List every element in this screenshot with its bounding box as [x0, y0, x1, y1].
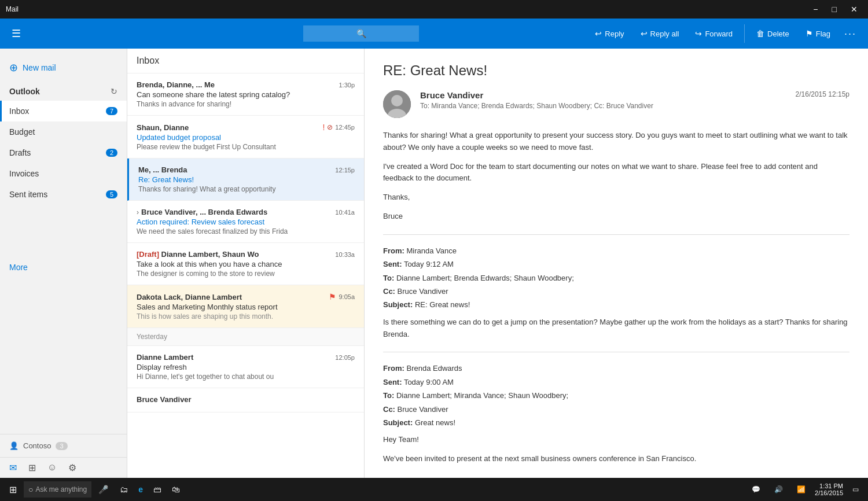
more-actions-button[interactable]: ··· — [840, 23, 861, 45]
forward-button[interactable]: ↪ Forward — [688, 24, 740, 43]
email-preview: Hi Dianne, let's get together to chat ab… — [137, 373, 355, 381]
delete-button[interactable]: 🗑 Delete — [749, 24, 796, 43]
app-icons: 🗂 e 🗃 🛍 — [115, 482, 185, 496]
email-subject: Action required: Review sales forecast — [137, 218, 355, 226]
maximize-button[interactable]: □ — [827, 2, 841, 16]
fwd-from-value: Miranda Vance — [406, 246, 456, 255]
delete-icon: 🗑 — [756, 29, 764, 38]
taskbar-time-value: 1:31 PM — [815, 482, 843, 489]
new-mail-button[interactable]: ⊕ New mail — [0, 53, 127, 82]
email-subject: Sales and Marketing Monthly status repor… — [137, 303, 355, 311]
nav-items: Inbox 7 Budget Drafts 2 Invoices Sent it… — [0, 101, 127, 256]
email-preview: Thanks for sharing! What a great opportu… — [138, 185, 355, 193]
notification-icon[interactable]: 💬 — [747, 483, 765, 496]
sidebar-item-inbox[interactable]: Inbox 7 — [0, 101, 127, 121]
close-button[interactable]: ✕ — [846, 2, 862, 16]
fwd-body-text-1: Is there something we can do to get a ju… — [383, 316, 849, 341]
email-from-name: Bruce Vandiver — [420, 90, 796, 100]
title-bar: Mail − □ ✕ — [0, 0, 868, 19]
fwd2-sent-label: Sent: — [383, 378, 402, 386]
body-paragraph-3: Thanks, — [383, 191, 849, 204]
fwd2-from-label: From: — [383, 364, 404, 373]
email-meta-info: Bruce Vandiver To: Miranda Vance; Brenda… — [420, 90, 796, 110]
emoji-icon[interactable]: ☺ — [47, 462, 57, 473]
flag-icon: ⚑ — [806, 29, 813, 38]
flag-button[interactable]: ⚑ Flag — [799, 24, 837, 43]
body-paragraph-1: Thanks for sharing! What a great opportu… — [383, 130, 849, 154]
email-item[interactable]: Brenda, Dianne, ... Me 1:30p Can someone… — [127, 73, 364, 116]
toolbar-separator — [744, 24, 745, 43]
sidebar-bottom: 👤 Contoso 3 — [0, 434, 127, 457]
reply-label: Reply — [605, 30, 624, 38]
new-mail-icon: ⊕ — [9, 61, 18, 74]
email-time: 1:30p — [339, 82, 355, 89]
fwd-to-label: To: — [383, 274, 394, 282]
reply-button[interactable]: ↩ Reply — [588, 24, 631, 43]
fwd-sent-label: Sent: — [383, 260, 402, 268]
store-button[interactable]: 🛍 — [167, 482, 185, 496]
network-icon[interactable]: 📶 — [792, 483, 810, 496]
fwd2-to-value: Dianne Lambert; Miranda Vance; Shaun Woo… — [396, 391, 568, 400]
blocked-icon: ⊘ — [327, 123, 333, 131]
fwd-cc-label: Cc: — [383, 287, 395, 296]
refresh-icon: ↻ — [111, 87, 117, 96]
email-divider-1 — [383, 234, 849, 235]
reply-all-button[interactable]: ↩ Reply all — [634, 24, 686, 43]
settings-icon[interactable]: ⚙ — [68, 462, 76, 473]
account-section[interactable]: Outlook ↻ — [0, 82, 127, 101]
search-box[interactable]: 🔍 — [303, 25, 419, 42]
ie-button[interactable]: e — [134, 482, 148, 496]
nav-item-label: Sent items — [9, 190, 47, 199]
sidebar-item-drafts[interactable]: Drafts 2 — [0, 142, 127, 163]
app-title: Mail — [6, 5, 19, 13]
taskbar-right: 💬 🔊 📶 1:31 PM 2/16/2015 ▭ — [747, 482, 863, 496]
reply-all-icon: ↩ — [641, 29, 648, 38]
file-explorer-button[interactable]: 🗂 — [115, 482, 133, 496]
taskbar-search-text: Ask me anything — [35, 485, 87, 493]
email-item[interactable]: Me, ... Brenda 12:15p Re: Great News! Th… — [127, 159, 364, 201]
files-button[interactable]: 🗃 — [149, 482, 166, 496]
email-body: Thanks for sharing! What a great opportu… — [383, 130, 849, 223]
email-item[interactable]: Dakota Lack, Dianne Lambert ⚑ 9:05a Sale… — [127, 285, 364, 328]
email-subject: Take a look at this when you have a chan… — [137, 260, 355, 268]
account-user: 👤 Contoso 3 — [9, 441, 68, 450]
sidebar-item-sent[interactable]: Sent items 5 — [0, 184, 127, 205]
fwd-cc-value: Bruce Vandiver — [398, 287, 448, 296]
email-subject-line: RE: Great News! — [383, 62, 849, 79]
sidebar-item-budget[interactable]: Budget — [0, 121, 127, 142]
email-item[interactable]: Bruce Vandiver — [127, 388, 364, 412]
minimize-button[interactable]: − — [808, 2, 822, 16]
sent-badge: 5 — [106, 190, 117, 198]
fwd2-to-label: To: — [383, 391, 394, 400]
fwd2-cc-value: Bruce Vandiver — [398, 405, 448, 414]
action-center-button[interactable]: ▭ — [848, 483, 863, 496]
email-sender: [Draft] Dianne Lambert, Shaun Wo — [137, 250, 259, 259]
sidebar: ⊕ New mail Outlook ↻ Inbox 7 Budget Draf… — [0, 49, 127, 478]
nav-item-label: Budget — [9, 127, 35, 137]
fwd2-from-value: Brenda Edwards — [406, 364, 462, 373]
email-meta: Bruce Vandiver To: Miranda Vance; Brenda… — [383, 90, 849, 118]
fwd-from-label: From: — [383, 246, 404, 255]
hamburger-button[interactable]: ☰ — [7, 23, 25, 45]
volume-icon[interactable]: 🔊 — [770, 483, 788, 496]
email-item[interactable]: [Draft] Dianne Lambert, Shaun Wo 10:33a … — [127, 243, 364, 285]
email-preview: We need the sales forecast finalized by … — [137, 227, 355, 235]
taskbar-left: ⊞ ○ Ask me anything 🎤 🗂 e 🗃 🛍 — [5, 481, 185, 498]
email-sender: Dianne Lambert — [137, 353, 193, 362]
fwd2-subject-label: Subject: — [383, 418, 413, 427]
drafts-badge: 2 — [106, 149, 117, 157]
toolbar-left: ☰ — [7, 23, 134, 45]
mail-icon[interactable]: ✉ — [9, 462, 17, 473]
email-time: 12:05p — [335, 354, 355, 361]
avatar-image — [383, 90, 411, 118]
email-item[interactable]: › Bruce Vandiver, ... Brenda Edwards 10:… — [127, 201, 364, 243]
microphone-button[interactable]: 🎤 — [94, 482, 113, 496]
email-item[interactable]: Dianne Lambert 12:05p Display refresh Hi… — [127, 346, 364, 388]
more-button[interactable]: More — [0, 256, 127, 279]
calendar-icon[interactable]: ⊞ — [28, 462, 36, 473]
taskbar-date-value: 2/16/2015 — [815, 489, 843, 496]
windows-button[interactable]: ⊞ — [5, 482, 21, 498]
email-item[interactable]: Shaun, Dianne ! ⊘ 12:45p Updated budget … — [127, 116, 364, 159]
fwd2-cc-label: Cc: — [383, 405, 395, 414]
sidebar-item-invoices[interactable]: Invoices — [0, 163, 127, 184]
